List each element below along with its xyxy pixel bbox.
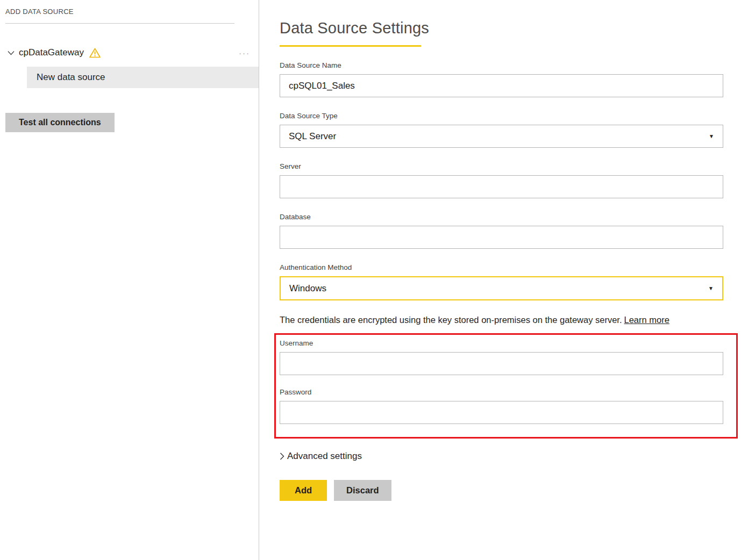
field-authentication-method: Authentication Method Windows ▼: [280, 263, 723, 300]
field-data-source-name: Data Source Name: [280, 61, 723, 97]
dropdown-arrow-icon: ▼: [708, 285, 714, 291]
action-buttons: Add Discard: [280, 480, 723, 501]
gateway-name: cpDataGateway: [19, 47, 84, 58]
field-server: Server: [280, 162, 723, 198]
gateway-settings-window: ADD DATA SOURCE cpDataGateway ··· New da…: [0, 0, 741, 560]
credentials-highlight-annotation: Username Password: [274, 333, 738, 439]
tree-item-label: New data source: [37, 72, 105, 83]
field-data-source-type: Data Source Type SQL Server ▼: [280, 112, 723, 148]
title-accent-underline: [280, 45, 421, 47]
chevron-down-icon[interactable]: [8, 51, 15, 55]
credentials-note-text: The credentials are encrypted using the …: [280, 315, 622, 325]
sidebar: ADD DATA SOURCE cpDataGateway ··· New da…: [0, 0, 259, 560]
page-title: Data Source Settings: [280, 19, 723, 37]
field-username: Username: [280, 339, 723, 375]
dropdown-arrow-icon: ▼: [709, 133, 714, 139]
field-label: Server: [280, 162, 723, 170]
more-options-icon[interactable]: ···: [239, 48, 250, 58]
data-source-type-select[interactable]: SQL Server ▼: [280, 125, 723, 148]
advanced-settings-label: Advanced settings: [287, 451, 362, 462]
advanced-settings-toggle[interactable]: Advanced settings: [280, 451, 723, 462]
data-source-name-input[interactable]: [280, 74, 723, 97]
password-input[interactable]: [280, 401, 723, 424]
selected-value: SQL Server: [289, 131, 336, 142]
sidebar-title: ADD DATA SOURCE: [0, 8, 259, 16]
credentials-note: The credentials are encrypted using the …: [280, 315, 723, 325]
username-input[interactable]: [280, 352, 723, 375]
chevron-right-icon: [280, 453, 284, 460]
selected-value: Windows: [289, 283, 326, 294]
sidebar-divider: [5, 23, 234, 24]
field-database: Database: [280, 213, 723, 249]
server-input[interactable]: [280, 175, 723, 198]
field-label: Authentication Method: [280, 263, 723, 271]
field-label: Password: [280, 388, 723, 396]
database-input[interactable]: [280, 226, 723, 249]
sidebar-item-new-data-source[interactable]: New data source: [27, 67, 259, 88]
test-all-connections-button[interactable]: Test all connections: [5, 113, 115, 132]
field-password: Password: [280, 388, 723, 424]
field-label: Data Source Type: [280, 112, 723, 120]
discard-button[interactable]: Discard: [334, 480, 391, 501]
warning-icon: [89, 48, 101, 58]
learn-more-link[interactable]: Learn more: [624, 315, 669, 325]
gateway-tree-node[interactable]: cpDataGateway ···: [0, 42, 259, 63]
field-label: Username: [280, 339, 723, 347]
field-label: Data Source Name: [280, 61, 723, 69]
field-label: Database: [280, 213, 723, 221]
data-source-settings-panel: Data Source Settings Data Source Name Da…: [259, 0, 741, 560]
add-button[interactable]: Add: [280, 480, 327, 501]
authentication-method-select[interactable]: Windows ▼: [280, 276, 723, 300]
